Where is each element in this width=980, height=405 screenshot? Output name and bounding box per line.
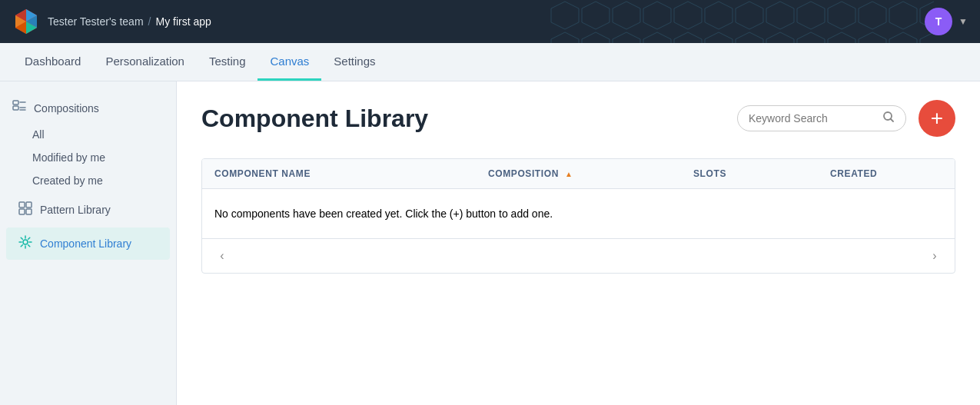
- col-component-name: COMPONENT NAME: [202, 159, 476, 188]
- app-logo[interactable]: [12, 8, 40, 35]
- topbar: Tester Tester's team / My first app T ▼: [0, 0, 980, 43]
- table-footer: ‹ ›: [202, 238, 955, 273]
- sidebar-item-all[interactable]: All: [0, 123, 176, 146]
- table-empty-message: No components have been created yet. Cli…: [202, 189, 955, 238]
- user-avatar[interactable]: T: [925, 8, 952, 35]
- col-created: CREATED: [818, 159, 955, 188]
- breadcrumb-separator: /: [148, 15, 151, 28]
- pattern-library-label: Pattern Library: [40, 204, 111, 216]
- component-library-icon: [18, 235, 32, 252]
- sidebar-section-compositions[interactable]: Compositions: [0, 94, 176, 123]
- col-slots: SLOTS: [681, 159, 818, 188]
- svg-rect-17: [26, 209, 32, 214]
- sidebar: Compositions All Modified by me Created …: [0, 81, 177, 405]
- sidebar-item-pattern-library[interactable]: Pattern Library: [6, 194, 170, 226]
- header-right: +: [737, 100, 955, 137]
- page-title: Component Library: [201, 105, 428, 133]
- tab-canvas[interactable]: Canvas: [257, 44, 321, 81]
- prev-page-arrow[interactable]: ‹: [211, 245, 233, 267]
- col-composition[interactable]: COMPOSITION ▲: [476, 159, 681, 188]
- svg-line-20: [891, 119, 894, 122]
- tab-personalization[interactable]: Personalization: [93, 44, 197, 81]
- search-input[interactable]: [749, 112, 876, 124]
- sidebar-item-modified[interactable]: Modified by me: [0, 146, 176, 169]
- search-box: [737, 105, 906, 131]
- main-content: Component Library +: [177, 81, 980, 405]
- svg-rect-9: [13, 101, 18, 105]
- component-library-label: Component Library: [40, 237, 131, 250]
- component-table: COMPONENT NAME COMPOSITION ▲ SLOTS CREAT…: [201, 158, 955, 274]
- compositions-icon: [12, 100, 26, 117]
- sidebar-item-component-library[interactable]: Component Library: [6, 227, 170, 260]
- add-component-button[interactable]: +: [919, 100, 955, 137]
- content-header: Component Library +: [201, 100, 955, 137]
- search-icon: [882, 111, 895, 126]
- next-page-arrow[interactable]: ›: [924, 245, 945, 267]
- sidebar-item-created[interactable]: Created by me: [0, 169, 176, 192]
- tab-dashboard[interactable]: Dashboard: [12, 44, 93, 81]
- topbar-right: T ▼: [925, 8, 968, 35]
- main-nav: Dashboard Personalization Testing Canvas…: [0, 43, 980, 81]
- topbar-left: Tester Tester's team / My first app: [12, 8, 211, 35]
- app-name: My first app: [155, 15, 211, 28]
- svg-rect-1: [550, 0, 934, 43]
- avatar-chevron-icon[interactable]: ▼: [958, 16, 968, 27]
- svg-point-18: [23, 240, 28, 244]
- svg-rect-10: [13, 106, 18, 110]
- main-layout: Compositions All Modified by me Created …: [0, 81, 980, 405]
- sort-icon: ▲: [565, 170, 573, 178]
- table-header: COMPONENT NAME COMPOSITION ▲ SLOTS CREAT…: [202, 159, 955, 189]
- pattern-library-icon: [18, 201, 32, 218]
- svg-rect-16: [19, 209, 25, 214]
- tab-settings[interactable]: Settings: [321, 44, 387, 81]
- compositions-label: Compositions: [34, 102, 99, 115]
- tab-testing[interactable]: Testing: [197, 44, 258, 81]
- svg-rect-14: [19, 202, 25, 207]
- team-name: Tester Tester's team: [48, 15, 144, 28]
- svg-rect-15: [26, 202, 32, 207]
- topbar-breadcrumb: Tester Tester's team / My first app: [48, 15, 211, 28]
